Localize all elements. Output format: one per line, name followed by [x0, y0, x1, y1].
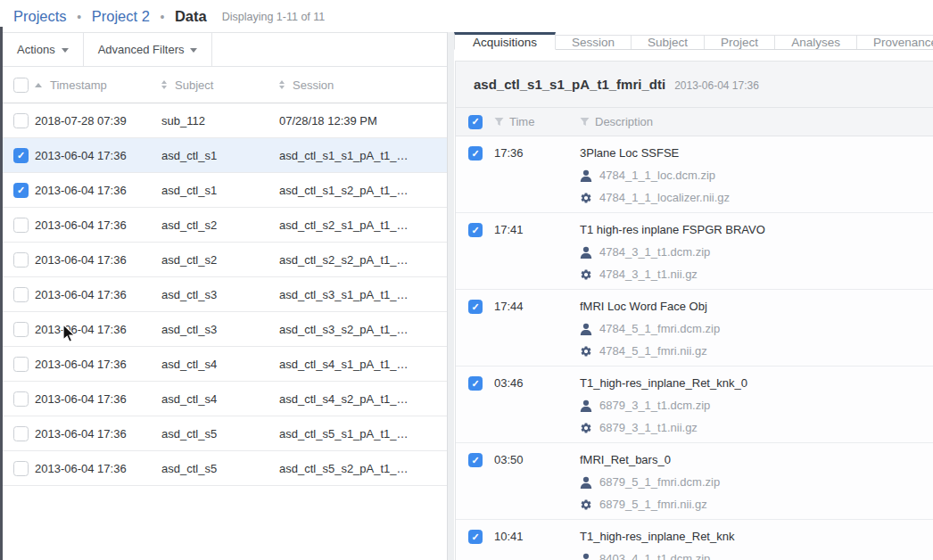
file-link[interactable]: 4784_5_1_fmri.nii.gz — [580, 344, 933, 358]
file-link[interactable]: 6879_3_1_t1.dcm.zip — [580, 399, 933, 413]
row-checkbox[interactable] — [13, 252, 29, 268]
file-link[interactable]: 4784_1_1_localizer.nii.gz — [580, 191, 933, 205]
row-checkbox[interactable] — [13, 322, 29, 337]
advanced-filters-dropdown-button[interactable]: Advanced Filters — [84, 33, 213, 66]
session-row[interactable]: 2013-06-04 17:36 asd_ctl_s5 asd_ctl_s5_s… — [3, 416, 447, 451]
timestamp-cell: 2013-06-04 17:36 — [35, 323, 161, 336]
breadcrumb-data-current: Data — [175, 8, 207, 24]
tab-project[interactable]: Project — [705, 35, 775, 49]
row-checkbox[interactable] — [13, 287, 29, 302]
file-link[interactable]: 4784_5_1_fmri.dcm.zip — [580, 322, 933, 336]
session-cell: asd_ctl_s5_s2_pA_t1_… — [279, 462, 447, 475]
chevron-down-icon — [62, 48, 69, 53]
session-row[interactable]: 2013-06-04 17:36 asd_ctl_s3 asd_ctl_s3_s… — [3, 312, 447, 347]
tab-provenance[interactable]: Provenance — [857, 35, 933, 49]
filter-icon[interactable] — [494, 117, 504, 127]
acquisitions-card: asd_ctl_s1_s1_pA_t1_fmri_dti 2013-06-04 … — [455, 61, 933, 560]
row-checkbox[interactable] — [13, 148, 29, 163]
timestamp-cell: 2013-06-04 17:36 — [35, 149, 161, 162]
session-cell: asd_ctl_s3_s2_pA_t1_… — [279, 323, 447, 336]
acquisition-files: 4784_1_1_loc.dcm.zip — [580, 169, 933, 205]
session-row[interactable]: 2013-06-04 17:36 asd_ctl_s4 asd_ctl_s4_s… — [3, 347, 447, 382]
acquisition-row[interactable]: 17:41 T1 high-res inplane FSPGR BRAVO — [456, 213, 933, 290]
acquisition-checkbox[interactable] — [468, 223, 483, 237]
breadcrumb-projects[interactable]: Projects — [13, 8, 67, 24]
actions-dropdown-button[interactable]: Actions — [3, 33, 84, 66]
breadcrumb-project-2[interactable]: Project 2 — [92, 8, 150, 24]
acquisition-row[interactable]: 03:46 T1_high-res_inplane_Ret_knk_0 — [456, 366, 933, 443]
file-link[interactable]: 6879_3_1_t1.nii.gz — [580, 421, 933, 435]
column-header-session[interactable]: Session — [279, 78, 447, 92]
file-link[interactable]: 4784_3_1_t1.dcm.zip — [580, 245, 933, 259]
row-checkbox[interactable] — [13, 426, 29, 441]
filter-icon[interactable] — [580, 117, 590, 127]
acquisition-time: 17:44 — [494, 300, 580, 314]
subject-cell: asd_ctl_s5 — [161, 427, 279, 441]
acquisition-time: 03:46 — [494, 376, 580, 391]
file-link[interactable]: 4784_3_1_t1.nii.gz — [580, 268, 933, 282]
row-checkbox[interactable] — [13, 357, 29, 372]
row-checkbox[interactable] — [13, 391, 29, 407]
session-row[interactable]: 2013-06-04 17:36 asd_ctl_s2 asd_ctl_s2_s… — [3, 243, 447, 277]
acquisition-checkbox[interactable] — [468, 300, 483, 314]
file-name: 8403_4_1_t1.dcm.zip — [599, 552, 710, 560]
acquisition-checkbox[interactable] — [468, 530, 483, 544]
sort-icon — [279, 80, 285, 89]
acquisition-checkbox[interactable] — [468, 146, 483, 161]
session-row[interactable]: 2013-06-04 17:36 asd_ctl_s5 asd_ctl_s5_s… — [3, 451, 447, 486]
acquisition-description-title: T1_high-res_inplane_Ret_knk_0 — [580, 376, 933, 391]
tab-session[interactable]: Session — [556, 35, 632, 49]
acquisition-description: fMRI Loc Word Face Obj — [580, 298, 933, 358]
select-all-checkbox[interactable] — [13, 78, 29, 93]
column-header-time[interactable]: Time — [494, 115, 580, 128]
description-header-label: Description — [595, 115, 653, 128]
row-checkbox[interactable] — [13, 113, 29, 128]
tab-analyses[interactable]: Analyses — [775, 35, 857, 49]
acq-select-all-checkbox[interactable] — [468, 115, 483, 129]
acquisition-row[interactable]: 10:41 T1_high-res_inplane_Ret_knk — [456, 520, 933, 560]
sort-icon — [161, 80, 167, 89]
acquisition-row[interactable]: 17:36 3Plane Loc SSFSE — [456, 136, 933, 213]
tab-acquisitions[interactable]: Acquisitions — [454, 32, 556, 50]
acquisition-files: 4784_3_1_t1.dcm.zip 4 — [580, 245, 933, 282]
file-link[interactable]: 6879_5_1_fmri.dcm.zip — [580, 475, 933, 490]
session-row[interactable]: 2013-06-04 17:36 asd_ctl_s1 asd_ctl_s1_s… — [3, 138, 447, 173]
column-header-timestamp[interactable]: Timestamp — [35, 78, 161, 92]
session-row[interactable]: 2013-06-04 17:36 asd_ctl_s3 asd_ctl_s3_s… — [3, 277, 447, 312]
session-row[interactable]: 2018-07-28 07:39 sub_112 07/28/18 12:39 … — [3, 103, 447, 138]
timestamp-cell: 2013-06-04 17:36 — [35, 358, 161, 371]
file-name: 6879_3_1_t1.nii.gz — [599, 421, 698, 435]
column-header-subject[interactable]: Subject — [161, 78, 279, 92]
row-checkbox[interactable] — [13, 461, 29, 476]
person-icon — [580, 399, 592, 412]
tab-label: Project — [721, 36, 758, 49]
file-name: 4784_5_1_fmri.nii.gz — [599, 344, 707, 358]
acquisition-row[interactable]: 17:44 fMRI Loc Word Face Obj — [456, 290, 933, 366]
tab-subject[interactable]: Subject — [632, 35, 705, 49]
file-name: 6879_3_1_t1.dcm.zip — [599, 399, 710, 413]
file-link[interactable]: 8403_4_1_t1.dcm.zip — [580, 552, 933, 560]
row-checkbox[interactable] — [13, 183, 29, 198]
file-name: 6879_5_1_fmri.nii.gz — [599, 498, 707, 512]
acquisition-description: T1 high-res inplane FSPGR BRAVO — [580, 221, 933, 282]
person-icon — [580, 246, 592, 259]
session-row[interactable]: 2013-06-04 17:36 asd_ctl_s1 asd_ctl_s1_s… — [3, 173, 447, 208]
person-icon — [580, 476, 592, 489]
row-checkbox[interactable] — [13, 218, 29, 233]
acquisition-time: 03:50 — [494, 453, 580, 467]
tab-label: Acquisitions — [473, 36, 537, 49]
acquisition-checkbox[interactable] — [468, 376, 483, 391]
session-row[interactable]: 2013-06-04 17:36 asd_ctl_s2 asd_ctl_s2_s… — [3, 208, 447, 243]
session-cell: asd_ctl_s3_s1_pA_t1_… — [279, 288, 447, 301]
column-header-description[interactable]: Description — [580, 115, 933, 128]
session-cell: asd_ctl_s1_s1_pA_t1_… — [279, 149, 447, 162]
acquisition-row[interactable]: 03:50 fMRI_Ret_bars_0 — [456, 443, 933, 520]
page-header: Projects • Project 2 • Data Displaying 1… — [0, 0, 933, 32]
file-link[interactable]: 4784_1_1_loc.dcm.zip — [580, 169, 933, 183]
timestamp-cell: 2018-07-28 07:39 — [35, 114, 161, 128]
session-row[interactable]: 2013-06-04 17:36 asd_ctl_s4 asd_ctl_s4_s… — [3, 382, 447, 416]
acquisition-description: T1_high-res_inplane_Ret_knk — [580, 528, 933, 560]
acquisitions-table-body: 17:36 3Plane Loc SSFSE — [456, 136, 933, 560]
acquisition-checkbox[interactable] — [468, 453, 483, 467]
file-link[interactable]: 6879_5_1_fmri.nii.gz — [580, 498, 933, 512]
